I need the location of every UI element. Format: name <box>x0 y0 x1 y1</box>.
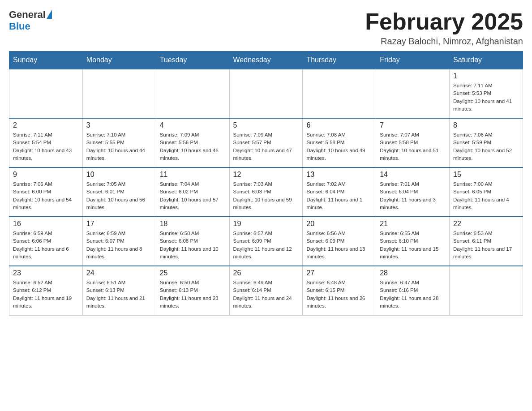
calendar-cell: 2Sunrise: 7:11 AMSunset: 5:54 PMDaylight… <box>9 118 83 167</box>
day-number: 8 <box>453 121 519 129</box>
day-info: Sunrise: 7:06 AMSunset: 5:59 PMDaylight:… <box>453 131 519 162</box>
calendar-cell: 5Sunrise: 7:09 AMSunset: 5:57 PMDaylight… <box>229 118 303 167</box>
calendar-cell: 28Sunrise: 6:47 AMSunset: 6:16 PMDayligh… <box>376 266 450 315</box>
day-number: 2 <box>13 121 79 129</box>
calendar-cell: 27Sunrise: 6:48 AMSunset: 6:15 PMDayligh… <box>303 266 376 315</box>
day-number: 26 <box>233 269 299 277</box>
day-info: Sunrise: 7:10 AMSunset: 5:55 PMDaylight:… <box>86 131 152 162</box>
weekday-header-tuesday: Tuesday <box>156 51 229 69</box>
day-info: Sunrise: 6:57 AMSunset: 6:09 PMDaylight:… <box>233 230 299 261</box>
day-info: Sunrise: 6:53 AMSunset: 6:11 PMDaylight:… <box>453 230 519 261</box>
day-number: 27 <box>306 269 372 277</box>
calendar-cell <box>156 69 229 118</box>
day-info: Sunrise: 6:48 AMSunset: 6:15 PMDaylight:… <box>306 279 372 310</box>
weekday-header-thursday: Thursday <box>303 51 376 69</box>
calendar-cell: 14Sunrise: 7:01 AMSunset: 6:04 PMDayligh… <box>376 167 450 217</box>
calendar-week-row: 1Sunrise: 7:11 AMSunset: 5:53 PMDaylight… <box>9 69 523 118</box>
calendar-body: 1Sunrise: 7:11 AMSunset: 5:53 PMDaylight… <box>9 69 523 315</box>
day-number: 1 <box>453 72 519 80</box>
calendar-header: SundayMondayTuesdayWednesdayThursdayFrid… <box>9 51 523 69</box>
day-info: Sunrise: 7:02 AMSunset: 6:04 PMDaylight:… <box>306 180 372 211</box>
calendar-week-row: 23Sunrise: 6:52 AMSunset: 6:12 PMDayligh… <box>9 266 523 315</box>
day-number: 16 <box>13 220 79 228</box>
calendar-cell <box>450 266 523 315</box>
day-info: Sunrise: 7:09 AMSunset: 5:56 PMDaylight:… <box>160 131 226 162</box>
calendar-cell: 10Sunrise: 7:05 AMSunset: 6:01 PMDayligh… <box>82 167 156 217</box>
calendar-week-row: 9Sunrise: 7:06 AMSunset: 6:00 PMDaylight… <box>9 167 523 217</box>
calendar-cell: 15Sunrise: 7:00 AMSunset: 6:05 PMDayligh… <box>450 167 523 217</box>
day-number: 13 <box>306 171 372 179</box>
calendar-cell: 26Sunrise: 6:49 AMSunset: 6:14 PMDayligh… <box>229 266 303 315</box>
calendar-cell: 12Sunrise: 7:03 AMSunset: 6:03 PMDayligh… <box>229 167 303 217</box>
day-info: Sunrise: 6:56 AMSunset: 6:09 PMDaylight:… <box>306 230 372 261</box>
calendar-cell <box>303 69 376 118</box>
day-info: Sunrise: 7:07 AMSunset: 5:58 PMDaylight:… <box>380 131 446 162</box>
day-info: Sunrise: 7:11 AMSunset: 5:53 PMDaylight:… <box>453 82 519 113</box>
calendar-cell: 20Sunrise: 6:56 AMSunset: 6:09 PMDayligh… <box>303 217 376 266</box>
day-number: 11 <box>160 171 226 179</box>
day-info: Sunrise: 7:00 AMSunset: 6:05 PMDaylight:… <box>453 180 519 211</box>
day-number: 17 <box>86 220 152 228</box>
day-info: Sunrise: 7:04 AMSunset: 6:02 PMDaylight:… <box>160 180 226 211</box>
calendar-cell: 3Sunrise: 7:10 AMSunset: 5:55 PMDaylight… <box>82 118 156 167</box>
day-info: Sunrise: 7:11 AMSunset: 5:54 PMDaylight:… <box>13 131 79 162</box>
weekday-header-friday: Friday <box>376 51 450 69</box>
day-info: Sunrise: 6:59 AMSunset: 6:06 PMDaylight:… <box>13 230 79 261</box>
calendar-cell: 8Sunrise: 7:06 AMSunset: 5:59 PMDaylight… <box>450 118 523 167</box>
day-number: 10 <box>86 171 152 179</box>
day-number: 7 <box>380 121 446 129</box>
day-number: 9 <box>13 171 79 179</box>
calendar-cell: 13Sunrise: 7:02 AMSunset: 6:04 PMDayligh… <box>303 167 376 217</box>
month-year-title: February 2025 <box>365 9 523 34</box>
calendar-cell: 16Sunrise: 6:59 AMSunset: 6:06 PMDayligh… <box>9 217 83 266</box>
calendar-cell: 6Sunrise: 7:08 AMSunset: 5:58 PMDaylight… <box>303 118 376 167</box>
day-info: Sunrise: 7:03 AMSunset: 6:03 PMDaylight:… <box>233 180 299 211</box>
calendar-week-row: 16Sunrise: 6:59 AMSunset: 6:06 PMDayligh… <box>9 217 523 266</box>
calendar-cell: 11Sunrise: 7:04 AMSunset: 6:02 PMDayligh… <box>156 167 229 217</box>
calendar-cell <box>229 69 303 118</box>
day-number: 12 <box>233 171 299 179</box>
calendar-cell: 1Sunrise: 7:11 AMSunset: 5:53 PMDaylight… <box>450 69 523 118</box>
weekday-header-monday: Monday <box>82 51 156 69</box>
logo-blue-text: Blue <box>9 21 30 32</box>
day-number: 25 <box>160 269 226 277</box>
weekday-header-row: SundayMondayTuesdayWednesdayThursdayFrid… <box>9 51 523 69</box>
day-info: Sunrise: 7:09 AMSunset: 5:57 PMDaylight:… <box>233 131 299 162</box>
day-info: Sunrise: 6:47 AMSunset: 6:16 PMDaylight:… <box>380 279 446 310</box>
logo-general-text: General <box>9 9 46 21</box>
day-info: Sunrise: 6:52 AMSunset: 6:12 PMDaylight:… <box>13 279 79 310</box>
calendar-cell: 17Sunrise: 6:59 AMSunset: 6:07 PMDayligh… <box>82 217 156 266</box>
calendar-cell: 19Sunrise: 6:57 AMSunset: 6:09 PMDayligh… <box>229 217 303 266</box>
calendar-cell: 4Sunrise: 7:09 AMSunset: 5:56 PMDaylight… <box>156 118 229 167</box>
logo-text: General <box>9 9 52 21</box>
day-number: 15 <box>453 171 519 179</box>
day-number: 28 <box>380 269 446 277</box>
day-info: Sunrise: 7:01 AMSunset: 6:04 PMDaylight:… <box>380 180 446 211</box>
page-header: General Blue February 2025 Razay Balochi… <box>9 9 523 47</box>
day-info: Sunrise: 7:05 AMSunset: 6:01 PMDaylight:… <box>86 180 152 211</box>
calendar-week-row: 2Sunrise: 7:11 AMSunset: 5:54 PMDaylight… <box>9 118 523 167</box>
day-number: 4 <box>160 121 226 129</box>
day-info: Sunrise: 6:50 AMSunset: 6:13 PMDaylight:… <box>160 279 226 310</box>
calendar-cell <box>376 69 450 118</box>
day-number: 24 <box>86 269 152 277</box>
title-block: February 2025 Razay Balochi, Nimroz, Afg… <box>365 9 523 47</box>
calendar-cell: 9Sunrise: 7:06 AMSunset: 6:00 PMDaylight… <box>9 167 83 217</box>
calendar-table: SundayMondayTuesdayWednesdayThursdayFrid… <box>9 51 523 316</box>
day-number: 3 <box>86 121 152 129</box>
calendar-cell: 25Sunrise: 6:50 AMSunset: 6:13 PMDayligh… <box>156 266 229 315</box>
weekday-header-saturday: Saturday <box>450 51 523 69</box>
weekday-header-wednesday: Wednesday <box>229 51 303 69</box>
day-info: Sunrise: 6:49 AMSunset: 6:14 PMDaylight:… <box>233 279 299 310</box>
logo-triangle-icon <box>47 10 52 19</box>
day-info: Sunrise: 6:58 AMSunset: 6:08 PMDaylight:… <box>160 230 226 261</box>
day-info: Sunrise: 7:08 AMSunset: 5:58 PMDaylight:… <box>306 131 372 162</box>
calendar-cell: 21Sunrise: 6:55 AMSunset: 6:10 PMDayligh… <box>376 217 450 266</box>
calendar-cell: 23Sunrise: 6:52 AMSunset: 6:12 PMDayligh… <box>9 266 83 315</box>
day-number: 5 <box>233 121 299 129</box>
day-number: 20 <box>306 220 372 228</box>
calendar-cell <box>82 69 156 118</box>
day-info: Sunrise: 6:55 AMSunset: 6:10 PMDaylight:… <box>380 230 446 261</box>
day-number: 22 <box>453 220 519 228</box>
calendar-cell: 22Sunrise: 6:53 AMSunset: 6:11 PMDayligh… <box>450 217 523 266</box>
